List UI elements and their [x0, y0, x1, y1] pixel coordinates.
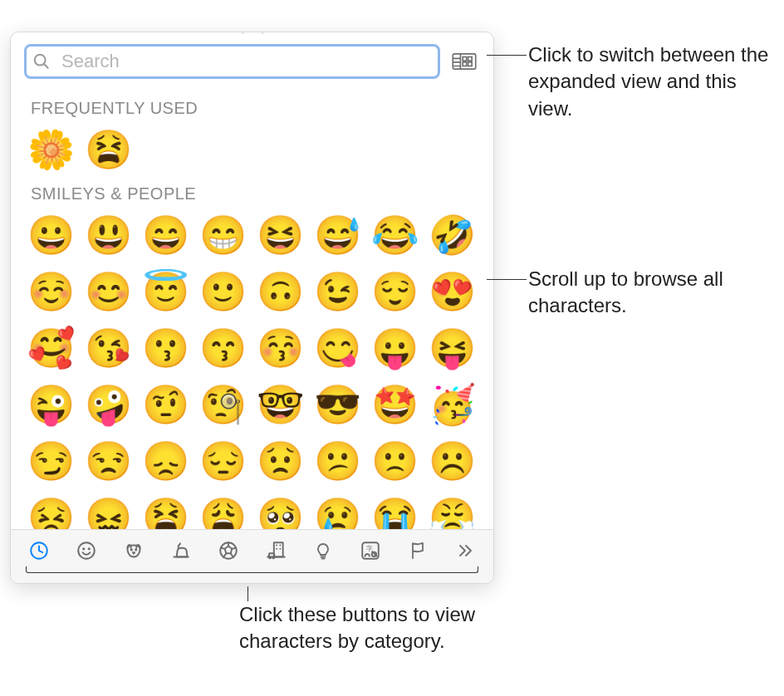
- search-wrap: [24, 44, 440, 79]
- category-food-drink-button[interactable]: [163, 537, 199, 565]
- section-title-frequently-used: FREQUENTLY USED: [31, 99, 478, 118]
- toggle-expanded-view-button[interactable]: [448, 47, 480, 76]
- emoji-item[interactable]: 😟: [256, 436, 306, 486]
- emoji-item[interactable]: 😄: [140, 210, 190, 260]
- callout-expand: Click to switch between the expanded vie…: [528, 42, 777, 122]
- svg-point-16: [89, 548, 90, 549]
- chevrons-icon: [455, 541, 475, 561]
- callout-expand-text: Click to switch between the expanded vie…: [528, 43, 768, 120]
- svg-point-17: [131, 549, 132, 550]
- emoji-item[interactable]: 😃: [83, 210, 133, 260]
- svg-point-14: [78, 542, 95, 559]
- emoji-item[interactable]: 😏: [26, 436, 76, 486]
- emoji-item[interactable]: 😫: [83, 125, 133, 174]
- emoji-item[interactable]: 😂: [370, 210, 420, 260]
- ball-icon: [218, 540, 239, 561]
- emoji-item[interactable]: 😁: [198, 210, 247, 260]
- search-icon: [32, 52, 51, 71]
- emoji-item[interactable]: 🤣: [428, 210, 478, 260]
- emoji-item[interactable]: 😎: [313, 380, 363, 429]
- emoji-item[interactable]: 🙁: [370, 436, 420, 486]
- category-activity-button[interactable]: [210, 537, 247, 565]
- header-row: [11, 32, 493, 89]
- callout-scroll-text: Scroll up to browse all characters.: [528, 267, 723, 316]
- emoji-item[interactable]: 😍: [428, 267, 478, 316]
- emoji-item[interactable]: 😕: [313, 436, 363, 486]
- category-more-button[interactable]: [447, 537, 483, 565]
- svg-point-18: [135, 549, 136, 550]
- animal-icon: [123, 540, 145, 561]
- svg-line-25: [223, 553, 226, 557]
- emoji-item[interactable]: 😤: [428, 493, 478, 529]
- search-input[interactable]: [24, 44, 440, 79]
- emoji-item[interactable]: 🙃: [256, 267, 306, 316]
- emoji-item[interactable]: 😚: [256, 323, 306, 373]
- svg-point-0: [35, 55, 46, 66]
- emoji-item[interactable]: 🤨: [140, 380, 190, 429]
- emoji-item[interactable]: 🤪: [83, 380, 133, 429]
- emoji-item[interactable]: 🥺: [256, 493, 306, 529]
- character-viewer-popover: FREQUENTLY USED 🌼😫 SMILEYS & PEOPLE 😀😃😄😁…: [10, 32, 494, 584]
- emoji-item[interactable]: 😩: [198, 493, 247, 529]
- emoji-item[interactable]: 😋: [313, 323, 363, 373]
- emoji-item[interactable]: 😖: [83, 493, 133, 529]
- emoji-item[interactable]: 🧐: [198, 380, 247, 429]
- emoji-item[interactable]: 😉: [313, 267, 363, 316]
- category-symbols-button[interactable]: 字: [352, 537, 389, 565]
- emoji-item[interactable]: 😭: [370, 493, 420, 529]
- emoji-item[interactable]: 🤩: [370, 380, 420, 429]
- category-frequently-used-button[interactable]: [21, 537, 57, 565]
- emoji-item[interactable]: 😝: [428, 323, 478, 373]
- svg-rect-27: [274, 542, 283, 556]
- emoji-item[interactable]: 😣: [26, 493, 76, 529]
- emoji-item[interactable]: 😘: [83, 323, 133, 373]
- emoji-item[interactable]: 😞: [140, 436, 190, 486]
- emoji-item[interactable]: 😌: [370, 267, 420, 316]
- svg-rect-7: [463, 57, 467, 61]
- emoji-item[interactable]: 🤓: [256, 380, 306, 429]
- category-smileys-people-button[interactable]: [68, 537, 105, 565]
- emoji-item[interactable]: 😫: [140, 493, 190, 529]
- emoji-item[interactable]: 😜: [26, 380, 76, 429]
- emoji-item[interactable]: 😊: [83, 267, 133, 316]
- svg-line-26: [221, 548, 224, 549]
- emoji-item[interactable]: ☺️: [26, 267, 76, 316]
- flag-icon: [408, 540, 428, 561]
- svg-rect-8: [468, 57, 473, 61]
- category-objects-button[interactable]: [305, 537, 341, 565]
- emoji-item[interactable]: 🌼: [26, 125, 76, 174]
- emoji-item[interactable]: 🥰: [26, 323, 76, 373]
- emoji-item[interactable]: 😅: [313, 210, 363, 260]
- emoji-item[interactable]: 😛: [370, 323, 420, 373]
- section-title-smileys-people: SMILEYS & PEOPLE: [31, 184, 478, 203]
- emoji-item[interactable]: 😗: [140, 323, 190, 373]
- emoji-item[interactable]: 😇: [140, 267, 190, 316]
- emoji-item[interactable]: 🥳: [428, 380, 478, 429]
- category-flags-button[interactable]: [399, 537, 436, 565]
- emoji-item[interactable]: 😔: [198, 436, 247, 486]
- svg-rect-10: [468, 62, 473, 66]
- svg-line-23: [232, 548, 235, 549]
- symbols-icon: 字: [360, 540, 381, 561]
- emoji-item[interactable]: 🙂: [198, 267, 247, 316]
- callout-scroll: Scroll up to browse all characters.: [528, 266, 777, 320]
- svg-point-15: [83, 548, 84, 549]
- emoji-item[interactable]: 😢: [313, 493, 363, 529]
- category-animals-nature-button[interactable]: [115, 537, 152, 565]
- svg-rect-9: [463, 62, 467, 66]
- emoji-item[interactable]: ☹️: [428, 436, 478, 486]
- category-bracket: [21, 566, 483, 575]
- emoji-grid-smileys-people: 😀😃😄😁😆😅😂🤣☺️😊😇🙂🙃😉😌😍🥰😘😗😙😚😋😛😝😜🤪🤨🧐🤓😎🤩🥳😏😒😞😔😟😕🙁…: [26, 210, 478, 529]
- emoji-scroll-area[interactable]: FREQUENTLY USED 🌼😫 SMILEYS & PEOPLE 😀😃😄😁…: [11, 89, 493, 529]
- svg-line-1: [44, 64, 48, 68]
- callout-categories: Click these buttons to view characters b…: [239, 601, 488, 655]
- travel-icon: [264, 540, 287, 561]
- category-travel-places-button[interactable]: [257, 537, 294, 565]
- emoji-item[interactable]: 😆: [256, 210, 306, 260]
- bulb-icon: [313, 540, 333, 561]
- svg-line-24: [231, 553, 233, 557]
- emoji-item[interactable]: 😀: [26, 210, 76, 260]
- emoji-item[interactable]: 😙: [198, 323, 247, 373]
- food-icon: [170, 540, 192, 561]
- emoji-item[interactable]: 😒: [83, 436, 133, 486]
